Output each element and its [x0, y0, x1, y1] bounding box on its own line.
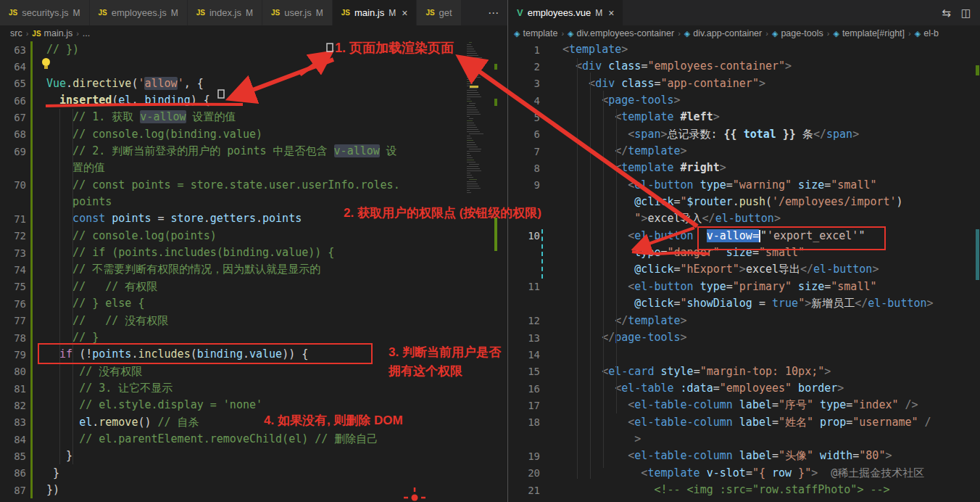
- line-number[interactable]: 3: [508, 78, 540, 89]
- code-line-wrap[interactable]: 置的值: [0, 160, 507, 176]
- code-line-69[interactable]: 69 // 2. 判断当前登录的用户的 points 中是否包含 v-allow…: [0, 143, 507, 160]
- code-line-82[interactable]: 82 // el.style.display = 'none': [0, 397, 507, 413]
- line-number[interactable]: 18: [508, 416, 540, 428]
- line-number[interactable]: 11: [508, 281, 540, 292]
- code-line-9[interactable]: 9 <el-button type="warning" size="small": [508, 177, 980, 194]
- code-line-14[interactable]: 14: [508, 346, 980, 363]
- code-line-8[interactable]: 8 <template #right>: [508, 160, 980, 176]
- code-line-21[interactable]: 21 <!-- <img :src="row.staffPhoto"> -->: [508, 482, 980, 498]
- code-line-wrap[interactable]: @click="$router.push('/employees/import'…: [508, 194, 980, 210]
- code-line-65[interactable]: 65Vue.directive('allow', {: [0, 75, 507, 92]
- code-line-12[interactable]: 12 </template>: [508, 313, 980, 329]
- code-line-18[interactable]: 18 <el-table-column label="姓名" prop="use…: [508, 414, 980, 431]
- code-line-2[interactable]: 2 <div class="employees-container">: [508, 58, 980, 75]
- line-number[interactable]: 87: [0, 485, 26, 496]
- code-line-4[interactable]: 4 <page-tools>: [508, 92, 980, 109]
- code-line-20[interactable]: 20 <template v-slot="{ row }"> @稀土掘金技术社区: [508, 465, 980, 482]
- line-number[interactable]: 67: [0, 112, 26, 123]
- tab-employees-vue[interactable]: Vemployees.vueM×: [508, 0, 623, 25]
- breadcrumb-item-el-b[interactable]: ◈el-b: [915, 28, 939, 38]
- line-number[interactable]: 20: [508, 467, 540, 479]
- breadcrumb-item-div-employees-container[interactable]: ◈div.employees-container: [568, 28, 674, 38]
- line-number[interactable]: 8: [508, 162, 540, 174]
- breadcrumb-item-page-tools[interactable]: ◈page-tools: [772, 28, 823, 38]
- code-line-wrap[interactable]: @click="hExport">excel导出</el-button>: [508, 261, 980, 278]
- line-number[interactable]: 65: [0, 78, 26, 89]
- code-line-11[interactable]: 11 <el-button type="primary" size="small…: [508, 279, 980, 295]
- code-line-64[interactable]: 64: [0, 58, 507, 75]
- line-number[interactable]: 10: [508, 230, 540, 242]
- right-breadcrumb[interactable]: ◈template›◈div.employees-container›◈div.…: [508, 25, 980, 41]
- breadcrumb-item-div-app-container[interactable]: ◈div.app-container: [684, 28, 762, 38]
- line-number[interactable]: 15: [508, 366, 540, 377]
- tab-securitys-js[interactable]: JSsecuritys.jsM: [0, 0, 90, 25]
- line-number[interactable]: 6: [508, 128, 540, 140]
- close-tab-icon[interactable]: ×: [402, 7, 407, 19]
- code-line-87[interactable]: 87}): [0, 482, 507, 498]
- left-editor-main-js[interactable]: 63// })6465Vue.directive('allow', {66 in…: [0, 41, 507, 502]
- line-number[interactable]: 14: [508, 349, 540, 361]
- breadcrumb-item-template[interactable]: ◈template: [514, 28, 557, 38]
- line-number[interactable]: 85: [0, 450, 26, 462]
- code-line-74[interactable]: 74 // 不需要判断有权限的情况，因为默认就是显示的: [0, 261, 507, 278]
- code-line-83[interactable]: 83 el.remove() // 自杀: [0, 414, 507, 431]
- line-number[interactable]: 63: [0, 44, 26, 56]
- code-line-66[interactable]: 66 inserted(el, binding) {: [0, 92, 507, 109]
- code-line-67[interactable]: 67 // 1. 获取 v-allow 设置的值: [0, 109, 507, 126]
- line-number[interactable]: 73: [0, 247, 26, 259]
- lightbulb-icon[interactable]: [42, 58, 50, 69]
- line-number[interactable]: 1: [508, 44, 540, 56]
- code-line-86[interactable]: 86 }: [0, 465, 507, 482]
- code-line-wrap[interactable]: >: [508, 431, 980, 448]
- tab-get[interactable]: JSget: [417, 0, 461, 25]
- line-number[interactable]: 83: [0, 416, 26, 428]
- line-number[interactable]: 80: [0, 366, 26, 377]
- tab-employees-js[interactable]: JSemployees.jsM: [90, 0, 188, 25]
- line-number[interactable]: 77: [0, 315, 26, 326]
- code-line-85[interactable]: 85 }: [0, 448, 507, 464]
- code-line-19[interactable]: 19 <el-table-column label="头像" width="80…: [508, 448, 980, 464]
- line-number[interactable]: 78: [0, 332, 26, 344]
- line-number[interactable]: 4: [508, 95, 540, 107]
- line-number[interactable]: 69: [0, 146, 26, 157]
- line-number[interactable]: 5: [508, 112, 540, 123]
- code-line-6[interactable]: 6 <span>总记录数: {{ total }} 条</span>: [508, 126, 980, 143]
- line-number[interactable]: 2: [508, 61, 540, 73]
- code-line-84[interactable]: 84 // el.parentElement.removeChild(el) /…: [0, 431, 507, 448]
- line-number[interactable]: 64: [0, 61, 26, 73]
- right-editor-employees-vue[interactable]: 1<template>2 <div class="employees-conta…: [508, 41, 980, 502]
- line-number[interactable]: 74: [0, 264, 26, 276]
- split-editor-icon[interactable]: ◫: [961, 7, 971, 20]
- close-tab-icon[interactable]: ×: [608, 7, 614, 19]
- line-number[interactable]: 71: [0, 213, 26, 225]
- minimap[interactable]: [467, 42, 483, 292]
- line-number[interactable]: 7: [508, 146, 540, 157]
- breadcrumb-item-template-right-[interactable]: ◈template[#right]: [833, 28, 905, 38]
- code-line-3[interactable]: 3 <div class="app-container">: [508, 75, 980, 92]
- line-number[interactable]: 86: [0, 467, 26, 479]
- code-line-70[interactable]: 70 // const points = store.state.user.us…: [0, 177, 507, 194]
- line-number[interactable]: 12: [508, 315, 540, 326]
- line-number[interactable]: 16: [508, 383, 540, 395]
- line-number[interactable]: 13: [508, 332, 540, 344]
- code-line-68[interactable]: 68 // console.log(binding.value): [0, 126, 507, 143]
- line-number[interactable]: 79: [0, 349, 26, 361]
- code-line-81[interactable]: 81 // 3. 让它不显示: [0, 380, 507, 397]
- git-compare-icon[interactable]: ⇆: [942, 7, 951, 20]
- line-number[interactable]: 66: [0, 95, 26, 107]
- breadcrumb-item-src[interactable]: src: [10, 28, 22, 38]
- code-line-16[interactable]: 16 <el-table :data="employees" border>: [508, 380, 980, 397]
- tab-user-js[interactable]: JSuser.jsM: [262, 0, 333, 25]
- code-line-5[interactable]: 5 <template #left>: [508, 109, 980, 126]
- breadcrumb-item-main-js[interactable]: JSmain.js: [32, 28, 72, 38]
- pane-divider[interactable]: [507, 0, 508, 502]
- line-number[interactable]: 9: [508, 179, 540, 191]
- line-number[interactable]: 75: [0, 281, 26, 292]
- code-line-17[interactable]: 17 <el-table-column label="序号" type="ind…: [508, 397, 980, 413]
- code-line-72[interactable]: 72 // console.log(points): [0, 228, 507, 244]
- code-line-7[interactable]: 7 </template>: [508, 143, 980, 160]
- line-number[interactable]: 19: [508, 450, 540, 462]
- line-number[interactable]: 17: [508, 400, 540, 411]
- line-number[interactable]: 72: [0, 230, 26, 242]
- line-number[interactable]: 76: [0, 298, 26, 310]
